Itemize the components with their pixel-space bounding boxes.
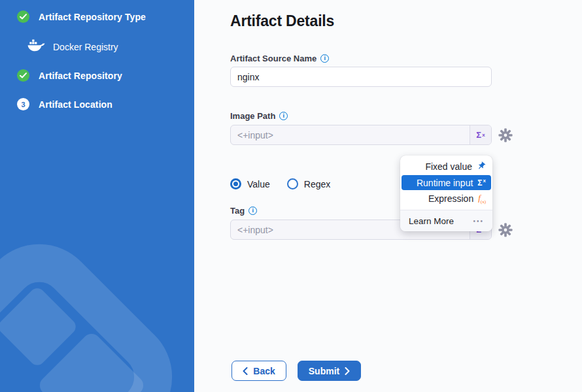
step-label: Artifact Repository: [39, 71, 122, 81]
menu-item-label: Fixed value: [425, 161, 472, 172]
field-label-text: Tag: [230, 206, 245, 216]
gear-icon[interactable]: [498, 128, 513, 142]
sigma-icon: Σ: [476, 130, 481, 140]
radio-option-value[interactable]: Value: [230, 178, 270, 189]
input-type-dropdown-menu: Fixed value Runtime input Σx Expression …: [400, 155, 492, 231]
wizard-sidebar: Artifact Repository Type Docker Registry…: [0, 0, 194, 392]
radio-unselected-icon[interactable]: [287, 178, 298, 189]
image-path-input[interactable]: <+input> Σx: [230, 125, 492, 145]
step-complete-check-icon: [17, 69, 29, 82]
radio-label: Regex: [304, 179, 330, 189]
artifact-wizard-window: Artifact Repository Type Docker Registry…: [0, 0, 582, 392]
sidebar-step-artifact-location[interactable]: 3 Artifact Location: [17, 98, 112, 110]
sigma-icon: Σx: [477, 178, 486, 188]
back-button-label: Back: [253, 366, 275, 376]
sidebar-substep-docker-registry: Docker Registry: [27, 39, 118, 54]
info-icon[interactable]: i: [320, 54, 329, 63]
step-label: Artifact Repository Type: [39, 12, 146, 22]
info-icon[interactable]: i: [279, 112, 288, 120]
artifact-source-name-label: Artifact Source Name i: [230, 54, 329, 63]
back-button[interactable]: Back: [231, 361, 286, 381]
submit-button[interactable]: Submit: [298, 361, 361, 381]
sigma-sup: x: [482, 132, 485, 138]
menu-item-label: Expression: [428, 193, 473, 204]
menu-item-label: Runtime input: [417, 178, 473, 188]
menu-item-fixed-value[interactable]: Fixed value: [400, 159, 492, 174]
image-path-label: Image Path i: [230, 111, 288, 121]
info-icon[interactable]: i: [248, 206, 257, 215]
sidebar-step-artifact-repository[interactable]: Artifact Repository: [17, 69, 122, 82]
field-label-text: Image Path: [230, 111, 275, 121]
artifact-source-name-input[interactable]: [230, 67, 492, 87]
tag-label: Tag i: [230, 206, 257, 216]
gear-icon[interactable]: [498, 223, 513, 237]
pin-icon: [477, 161, 486, 172]
field-label-text: Artifact Source Name: [230, 54, 317, 63]
chevron-left-icon: [243, 367, 248, 375]
docker-icon: [27, 39, 45, 54]
radio-selected-icon[interactable]: [230, 178, 241, 189]
radio-label: Value: [247, 179, 270, 189]
runtime-input-type-button[interactable]: Σx: [470, 125, 491, 144]
more-options-icon[interactable]: •••: [473, 218, 484, 225]
menu-item-runtime-input[interactable]: Runtime input Σx: [402, 175, 491, 190]
step-complete-check-icon: [17, 10, 29, 23]
fx-icon: f(x): [478, 193, 486, 204]
substep-label: Docker Registry: [53, 42, 118, 52]
radio-option-regex[interactable]: Regex: [287, 178, 330, 189]
page-title: Artifact Details: [230, 12, 334, 30]
dropdown-footer: Learn More •••: [400, 210, 492, 231]
menu-item-expression[interactable]: Expression f(x): [400, 191, 492, 206]
step-label: Artifact Location: [39, 99, 112, 110]
learn-more-link[interactable]: Learn More: [409, 216, 454, 226]
submit-button-label: Submit: [309, 366, 339, 376]
tag-mode-radio-group: Value Regex: [230, 178, 330, 189]
chevron-right-icon: [345, 367, 350, 375]
sidebar-step-artifact-repository-type[interactable]: Artifact Repository Type: [17, 10, 146, 23]
image-path-value: <+input>: [231, 130, 470, 140]
step-number-badge: 3: [17, 98, 29, 110]
